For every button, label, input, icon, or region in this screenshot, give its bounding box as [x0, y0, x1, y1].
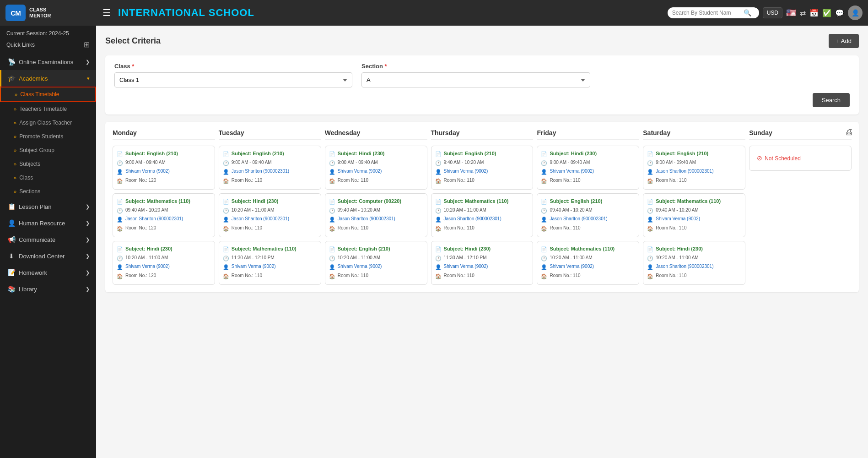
subject-icon: 📄: [329, 245, 335, 253]
timetable-card: 📄Subject: Mathematics (110) 🕐10:20 AM - …: [431, 193, 534, 237]
sidebar-item-download-center[interactable]: ⬇ Download Center ❯: [0, 248, 96, 264]
sub-label-promote-students: Promote Students: [19, 133, 63, 140]
sidebar-label-library: Library: [19, 286, 37, 293]
add-button[interactable]: + Add: [829, 34, 859, 48]
sidebar: Current Session: 2024-25 Quick Links ⊞ 📡…: [0, 26, 96, 458]
section-form-group: Section * A B C: [361, 63, 590, 87]
sub-label-class: Class: [19, 174, 33, 181]
teacher-icon: 👤: [435, 216, 442, 224]
sidebar-item-lesson-plan[interactable]: 📋 Lesson Plan ❯: [0, 198, 96, 215]
search-icon[interactable]: 🔍: [744, 9, 751, 16]
timetable-card: 📄Subject: English (210) 🕐9:40 AM - 10:20…: [431, 146, 534, 190]
day-header-friday: Friday: [537, 129, 639, 140]
teacher-icon: 👤: [541, 168, 547, 176]
chevron-icon: ❯: [86, 286, 90, 292]
day-column-sunday: Sunday ⊘ Not Scheduled: [749, 129, 852, 285]
human-resource-icon: 👤: [8, 219, 15, 227]
sidebar-label-lesson-plan: Lesson Plan: [19, 203, 52, 210]
sidebar-item-sections[interactable]: » Sections: [0, 185, 96, 198]
class-select[interactable]: Class 1 Class 2 Class 3: [114, 72, 352, 87]
teacher-icon: 👤: [117, 168, 123, 176]
sidebar-label-homework: Homework: [19, 269, 47, 276]
timetable-card: 📄Subject: Mathematics (110) 🕐09:40 AM - …: [643, 193, 745, 237]
subject-icon: 📄: [647, 245, 653, 253]
time-icon: 🕐: [647, 159, 653, 167]
time-icon: 🕐: [223, 255, 229, 262]
not-scheduled-label: Not Scheduled: [765, 154, 801, 163]
sidebar-item-class-timetable[interactable]: » Class Timetable: [0, 87, 96, 102]
nav-right: 🔍 USD 🇺🇸 ⇄ 📅 ✅ 💬 👤: [668, 5, 863, 20]
timetable-card: 📄Subject: Hindi (230) 🕐10:20 AM - 11:00 …: [643, 241, 745, 285]
arrow-icon: »: [14, 120, 16, 125]
time-icon: 🕐: [117, 255, 123, 262]
chevron-icon: ❯: [86, 237, 90, 243]
sidebar-item-assign-class-teacher[interactable]: » Assign Class Teacher: [0, 116, 96, 130]
chevron-icon: ❯: [86, 204, 90, 210]
task-icon[interactable]: ✅: [822, 9, 831, 17]
timetable-card: 📄Subject: Mathematics (110) 🕐09:40 AM - …: [113, 193, 215, 237]
top-navigation: CM CLASSMENTOR ☰ INTERNATIONAL SCHOOL 🔍 …: [0, 0, 868, 26]
time-icon: 🕐: [541, 159, 547, 167]
avatar[interactable]: 👤: [848, 5, 863, 20]
timetable-section: 🖨 Monday 📄Subject: English (210) 🕐9:00 A…: [105, 122, 859, 292]
teacher-icon: 👤: [223, 168, 229, 176]
sidebar-label-online-exam: Online Examinations: [19, 59, 73, 65]
arrow-icon: »: [14, 106, 16, 112]
room-icon: 🏠: [435, 225, 442, 233]
arrow-icon: »: [14, 175, 16, 180]
sub-label-subjects: Subjects: [19, 161, 40, 167]
flag-icon[interactable]: 🇺🇸: [786, 8, 796, 18]
sidebar-item-academics[interactable]: 🎓 Academics ▾: [0, 70, 96, 87]
currency-btn[interactable]: USD: [763, 7, 782, 18]
calendar-icon[interactable]: 📅: [809, 9, 819, 17]
teacher-icon: 👤: [647, 216, 653, 224]
day-header-monday: Monday: [113, 129, 215, 140]
day-header-sunday: Sunday: [749, 129, 852, 140]
time-icon: 🕐: [647, 207, 653, 215]
sidebar-item-human-resource[interactable]: 👤 Human Resource ❯: [0, 215, 96, 231]
room-icon: 🏠: [541, 225, 547, 233]
teacher-icon: 👤: [541, 263, 547, 271]
sidebar-item-subject-group[interactable]: » Subject Group: [0, 143, 96, 157]
room-icon: 🏠: [223, 177, 229, 185]
time-icon: 🕐: [435, 255, 442, 262]
sidebar-label-download-center: Download Center: [19, 253, 65, 260]
logo-text: CLASSMENTOR: [29, 7, 51, 19]
room-icon: 🏠: [541, 273, 547, 280]
sidebar-item-online-examinations[interactable]: 📡 Online Examinations ❯: [0, 54, 96, 70]
sidebar-item-promote-students[interactable]: » Promote Students: [0, 130, 96, 143]
timetable-card: 📄Subject: Hindi (230) 🕐10:20 AM - 11:00 …: [219, 193, 321, 237]
time-icon: 🕐: [647, 255, 653, 262]
room-icon: 🏠: [329, 177, 335, 185]
arrow-icon: »: [14, 189, 16, 194]
whatsapp-icon[interactable]: 💬: [835, 9, 844, 17]
sidebar-item-class[interactable]: » Class: [0, 171, 96, 185]
lesson-plan-icon: 📋: [8, 203, 15, 210]
arrow-icon: »: [14, 161, 16, 167]
timetable-card: 📄Subject: Mathematics (110) 🕐11:30 AM - …: [219, 241, 321, 285]
sidebar-item-teachers-timetable[interactable]: » Teachers Timetable: [0, 102, 96, 116]
sidebar-item-library[interactable]: 📚 Library ❯: [0, 281, 96, 297]
room-icon: 🏠: [647, 273, 653, 280]
grid-icon[interactable]: ⊞: [84, 40, 90, 49]
hamburger-icon[interactable]: ☰: [102, 7, 111, 18]
student-search-box[interactable]: 🔍: [668, 7, 759, 18]
sidebar-item-homework[interactable]: 📝 Homework ❯: [0, 264, 96, 281]
sidebar-item-subjects[interactable]: » Subjects: [0, 157, 96, 171]
section-select[interactable]: A B C: [361, 72, 590, 87]
sidebar-item-communicate[interactable]: 📢 Communicate ❯: [0, 231, 96, 248]
student-search-input[interactable]: [672, 10, 741, 16]
room-icon: 🏠: [435, 177, 442, 185]
teacher-icon: 👤: [329, 263, 335, 271]
academics-icon: 🎓: [8, 75, 15, 82]
day-column-monday: Monday 📄Subject: English (210) 🕐9:00 AM …: [113, 129, 215, 285]
room-icon: 🏠: [541, 177, 547, 185]
transfer-icon[interactable]: ⇄: [800, 9, 806, 17]
logo-area: CM CLASSMENTOR: [5, 5, 97, 21]
sub-label-assign-class-teacher: Assign Class Teacher: [19, 120, 72, 126]
search-button[interactable]: Search: [813, 93, 850, 107]
teacher-icon: 👤: [329, 216, 335, 224]
timetable-card-not-scheduled: ⊘ Not Scheduled: [749, 146, 852, 171]
timetable-card: 📄Subject: English (210) 🕐09:40 AM - 10:2…: [537, 193, 639, 237]
print-icon[interactable]: 🖨: [845, 127, 853, 137]
